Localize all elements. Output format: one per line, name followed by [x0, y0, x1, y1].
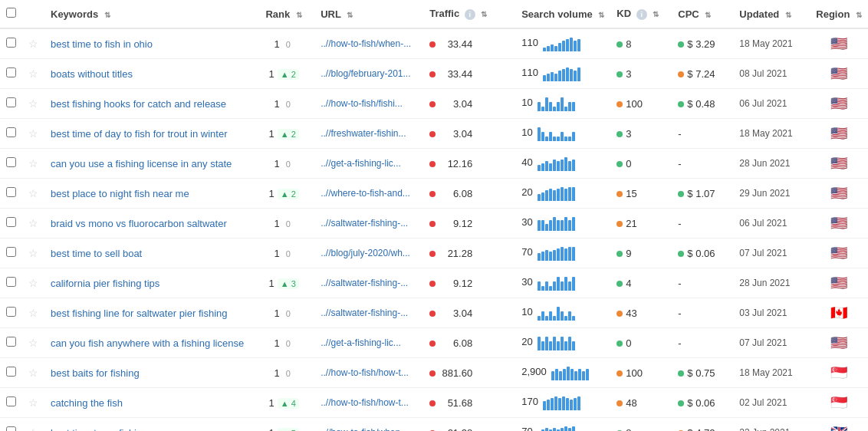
url-link[interactable]: ..//blog/february-201... — [321, 68, 410, 79]
url-header[interactable]: URL ⇅ — [314, 0, 423, 28]
row-checkbox[interactable] — [6, 396, 16, 406]
keyword-cell[interactable]: best baits for fishing — [44, 358, 253, 388]
url-cell[interactable]: ..//how-to-fish/when-... — [314, 418, 423, 432]
url-link[interactable]: ..//saltwater-fishing-... — [321, 308, 408, 318]
row-star-cell[interactable]: ☆ — [22, 149, 44, 179]
keyword-link[interactable]: braid vs mono vs fluorocarbon saltwater — [51, 218, 227, 229]
keyword-link[interactable]: can you use a fishing license in any sta… — [51, 158, 232, 169]
cpc-header[interactable]: CPC ⇅ — [672, 0, 733, 28]
url-link[interactable]: ..//how-to-fish/how-t... — [321, 367, 409, 378]
search-volume-value: 2,900 — [521, 366, 547, 377]
url-link[interactable]: ..//saltwater-fishing-... — [321, 278, 408, 288]
kd-info-icon[interactable]: i — [636, 9, 647, 20]
keyword-cell[interactable]: best time to sell boat — [44, 239, 253, 268]
row-checkbox[interactable] — [6, 337, 16, 347]
row-checkbox[interactable] — [6, 217, 16, 227]
keyword-cell[interactable]: best fishing line for saltwater pier fis… — [44, 298, 253, 328]
table-row: ☆best time of day to fish for trout in w… — [0, 119, 868, 149]
row-star-cell[interactable]: ☆ — [22, 89, 44, 119]
keyword-cell[interactable]: boats without titles — [44, 59, 253, 89]
keywords-header[interactable]: Keywords ⇅ — [44, 0, 253, 28]
url-cell[interactable]: ..//freshwater-fishin... — [314, 119, 423, 149]
keyword-link[interactable]: best time to sell boat — [51, 248, 142, 259]
traffic-info-icon[interactable]: i — [465, 9, 475, 20]
row-checkbox[interactable] — [6, 97, 16, 107]
row-checkbox[interactable] — [6, 367, 16, 377]
keyword-link[interactable]: best time to fish in ohio — [51, 38, 153, 50]
search-volume-header[interactable]: Search volume ⇅ — [515, 0, 610, 28]
row-star-cell[interactable]: ☆ — [22, 418, 44, 432]
row-checkbox[interactable] — [6, 67, 16, 77]
keyword-link[interactable]: california pier fishing tips — [51, 278, 159, 289]
row-star-cell[interactable]: ☆ — [22, 179, 44, 209]
row-star-cell[interactable]: ☆ — [22, 358, 44, 388]
url-link[interactable]: ..//how-to-fish/when-... — [321, 427, 411, 431]
row-star-cell[interactable]: ☆ — [22, 209, 44, 239]
select-all-checkbox[interactable] — [6, 8, 16, 18]
row-star-cell[interactable]: ☆ — [22, 119, 44, 149]
keyword-link[interactable]: can you fish anywhere with a fishing lic… — [51, 337, 244, 349]
url-cell[interactable]: ..//saltwater-fishing-... — [314, 298, 423, 328]
traffic-header[interactable]: Traffic i ⇅ — [423, 0, 515, 28]
row-star-cell[interactable]: ☆ — [22, 28, 44, 59]
keyword-cell[interactable]: can you use a fishing license in any sta… — [44, 149, 253, 179]
row-star-cell[interactable]: ☆ — [22, 268, 44, 298]
region-header[interactable]: Region ⇅ — [810, 0, 868, 28]
row-checkbox[interactable] — [6, 247, 16, 257]
keyword-link[interactable]: best baits for fishing — [51, 367, 140, 379]
url-cell[interactable]: ..//blog/february-201... — [314, 59, 423, 89]
url-link[interactable]: ..//blog/july-2020/wh... — [321, 248, 410, 258]
url-cell[interactable]: ..//how-to-fish/how-t... — [314, 388, 423, 418]
row-star-cell[interactable]: ☆ — [22, 388, 44, 418]
url-cell[interactable]: ..//how-to-fish/when-... — [314, 28, 423, 59]
keyword-cell[interactable]: can you fish anywhere with a fishing lic… — [44, 328, 253, 358]
keyword-cell[interactable]: catching the fish — [44, 388, 253, 418]
updated-header[interactable]: Updated ⇅ — [733, 0, 810, 28]
keyword-cell[interactable]: best time to fish in ohio — [44, 28, 253, 59]
keyword-link[interactable]: best place to night fish near me — [51, 188, 189, 199]
keyword-link[interactable]: best fishing line for saltwater pier fis… — [51, 308, 228, 319]
row-checkbox[interactable] — [6, 157, 16, 167]
url-link[interactable]: ..//get-a-fishing-lic... — [321, 158, 401, 169]
url-cell[interactable]: ..//where-to-fish-and... — [314, 179, 423, 209]
keyword-cell[interactable]: best time to go fishing — [44, 418, 253, 432]
row-star-cell[interactable]: ☆ — [22, 298, 44, 328]
url-cell[interactable]: ..//how-to-fish/how-t... — [314, 358, 423, 388]
keyword-cell[interactable]: california pier fishing tips — [44, 268, 253, 298]
keyword-link[interactable]: boats without titles — [51, 68, 133, 80]
keyword-link[interactable]: best time to go fishing — [51, 427, 147, 432]
url-link[interactable]: ..//get-a-fishing-lic... — [321, 337, 401, 348]
row-checkbox[interactable] — [6, 127, 16, 137]
url-link[interactable]: ..//how-to-fish/how-t... — [321, 397, 409, 408]
row-star-cell[interactable]: ☆ — [22, 59, 44, 89]
keyword-cell[interactable]: best fishing hooks for catch and release — [44, 89, 253, 119]
row-checkbox[interactable] — [6, 307, 16, 317]
chart-bar — [566, 67, 569, 81]
kd-header[interactable]: KD i ⇅ — [610, 0, 672, 28]
url-cell[interactable]: ..//get-a-fishing-lic... — [314, 149, 423, 179]
url-cell[interactable]: ..//saltwater-fishing-... — [314, 268, 423, 298]
row-star-cell[interactable]: ☆ — [22, 239, 44, 268]
keyword-cell[interactable]: best time of day to fish for trout in wi… — [44, 119, 253, 149]
url-link[interactable]: ..//saltwater-fishing-... — [321, 218, 408, 229]
row-star-cell[interactable]: ☆ — [22, 328, 44, 358]
row-checkbox[interactable] — [6, 277, 16, 287]
select-all-header[interactable] — [0, 0, 22, 28]
keyword-cell[interactable]: best place to night fish near me — [44, 179, 253, 209]
url-cell[interactable]: ..//blog/july-2020/wh... — [314, 239, 423, 268]
keyword-link[interactable]: catching the fish — [51, 397, 123, 409]
url-link[interactable]: ..//how-to-fish/fishi... — [321, 98, 403, 109]
row-checkbox[interactable] — [6, 187, 16, 197]
keyword-link[interactable]: best time of day to fish for trout in wi… — [51, 128, 228, 140]
keyword-link[interactable]: best fishing hooks for catch and release — [51, 98, 226, 110]
url-link[interactable]: ..//where-to-fish-and... — [321, 188, 410, 199]
row-checkbox[interactable] — [6, 38, 16, 48]
keyword-cell[interactable]: braid vs mono vs fluorocarbon saltwater — [44, 209, 253, 239]
url-cell[interactable]: ..//get-a-fishing-lic... — [314, 328, 423, 358]
rank-header[interactable]: Rank ⇅ — [253, 0, 314, 28]
url-link[interactable]: ..//freshwater-fishin... — [321, 128, 406, 139]
row-checkbox[interactable] — [6, 426, 16, 431]
url-cell[interactable]: ..//saltwater-fishing-... — [314, 209, 423, 239]
url-link[interactable]: ..//how-to-fish/when-... — [321, 38, 411, 49]
url-cell[interactable]: ..//how-to-fish/fishi... — [314, 89, 423, 119]
